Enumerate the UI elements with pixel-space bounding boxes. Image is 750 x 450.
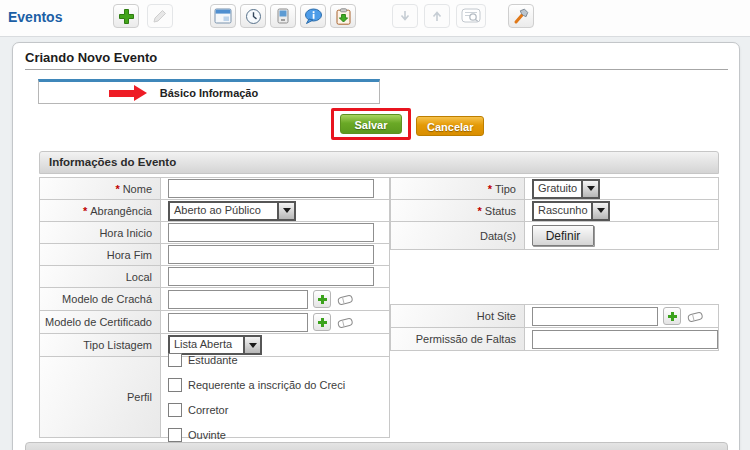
perfil-label: Perfil (127, 391, 152, 403)
annotation-highlight-box: Salvar (331, 108, 411, 140)
eraser-icon (336, 293, 355, 306)
modelo-certificado-clear-button[interactable] (336, 316, 355, 329)
window-icon (214, 8, 232, 24)
arrow-up-icon (430, 9, 444, 23)
status-label: Status (485, 205, 516, 217)
plus-icon (118, 8, 135, 25)
move-down-button (392, 4, 418, 28)
hora-inicio-input[interactable] (168, 223, 374, 242)
modelo-certificado-input[interactable] (168, 313, 308, 332)
pencil-icon (152, 8, 168, 24)
row-abrangencia: *Abrangência Aberto ao Público (40, 199, 389, 221)
hot-site-label: Hot Site (477, 310, 516, 322)
perfil-option-corretor[interactable]: Corretor (168, 403, 228, 417)
row-local: Local (40, 265, 389, 287)
perfil-option-estudante[interactable]: Estudante (168, 353, 238, 367)
checkbox[interactable] (168, 378, 182, 392)
next-section-header-partial (25, 442, 728, 450)
modelo-certificado-label: Modelo de Certificado (45, 316, 152, 328)
row-hot-site: Hot Site (391, 305, 718, 327)
edit-button (147, 4, 173, 28)
comment-icon (304, 8, 323, 25)
modelo-cracha-label: Modelo de Crachá (62, 293, 152, 305)
chevron-down-icon (591, 203, 608, 219)
move-up-button (424, 4, 450, 28)
eraser-icon (336, 316, 355, 329)
badge-button[interactable] (270, 4, 296, 28)
form-table-left: *Nome *Abrangência Aberto ao Público Hor… (39, 177, 390, 438)
comment-button[interactable] (300, 4, 326, 28)
permissao-faltas-input[interactable] (532, 330, 718, 349)
status-select[interactable]: Rascunho (532, 201, 610, 221)
eraser-icon (686, 310, 705, 323)
checkbox[interactable] (168, 403, 182, 417)
tab-basico-informacao[interactable]: Básico Informação (38, 79, 380, 104)
abrangencia-select[interactable]: Aberto ao Público (168, 201, 296, 221)
row-tipo: *Tipo Gratuito (391, 178, 718, 199)
search-list-icon (461, 8, 482, 24)
checkbox-label: Corretor (188, 404, 228, 416)
title-divider (25, 69, 728, 70)
modelo-certificado-add-button[interactable] (313, 313, 331, 331)
content-panel: Criando Novo Evento Básico Informação Sa… (12, 42, 740, 450)
section-header: Informações do Evento (39, 151, 719, 174)
local-input[interactable] (168, 267, 374, 286)
add-button[interactable] (113, 4, 139, 28)
row-nome: *Nome (40, 178, 389, 199)
checkbox-label: Requerente a inscrição do Creci (188, 379, 345, 391)
hora-fim-label: Hora Fim (107, 249, 152, 261)
tab-label: Básico Informação (160, 87, 258, 99)
local-label: Local (126, 271, 152, 283)
page-title: Eventos (8, 9, 62, 25)
tipo-value: Gratuito (534, 181, 581, 197)
permissao-faltas-label: Permissão de Faltas (416, 333, 516, 345)
row-modelo-cracha: Modelo de Crachá (40, 287, 389, 310)
status-value: Rascunho (534, 203, 591, 219)
nome-input[interactable] (168, 179, 374, 198)
search-button (456, 4, 486, 28)
row-hora-fim: Hora Fim (40, 243, 389, 265)
save-button[interactable]: Salvar (340, 114, 402, 134)
perfil-option-requerente[interactable]: Requerente a inscrição do Creci (168, 378, 345, 392)
clock-button[interactable] (240, 4, 266, 28)
chevron-down-icon (243, 337, 260, 353)
abrangencia-value: Aberto ao Público (170, 203, 277, 219)
checkbox[interactable] (168, 428, 182, 442)
required-marker: * (83, 205, 87, 217)
window-button[interactable] (210, 4, 236, 28)
checkbox-label: Ouvinte (188, 429, 226, 441)
annotation-arrow (109, 85, 147, 101)
chevron-down-icon (581, 181, 598, 197)
row-hora-inicio: Hora Inicio (40, 221, 389, 243)
hot-site-clear-button[interactable] (686, 310, 705, 323)
modelo-cracha-add-button[interactable] (313, 290, 331, 308)
required-marker: * (478, 205, 482, 217)
tipo-listagem-label: Tipo Listagem (83, 339, 152, 351)
row-modelo-certificado: Modelo de Certificado (40, 310, 389, 333)
perfil-option-ouvinte[interactable]: Ouvinte (168, 428, 226, 442)
definir-button[interactable]: Definir (532, 225, 594, 246)
row-datas: Data(s) Definir (391, 221, 718, 249)
modelo-cracha-input[interactable] (168, 290, 308, 309)
form-table-right-top: *Tipo Gratuito *Status Rascunho Data(s) … (390, 177, 719, 250)
hora-inicio-label: Hora Inicio (99, 227, 152, 239)
abrangencia-label: Abrangência (90, 205, 152, 217)
datas-label: Data(s) (480, 230, 516, 242)
checkbox[interactable] (168, 353, 182, 367)
hora-fim-input[interactable] (168, 245, 374, 264)
tools-button[interactable] (508, 4, 534, 28)
hot-site-add-button[interactable] (663, 307, 681, 325)
plus-icon (668, 312, 677, 321)
arrow-down-icon (398, 9, 412, 23)
chevron-down-icon (277, 203, 294, 219)
modelo-cracha-clear-button[interactable] (336, 293, 355, 306)
required-marker: * (488, 183, 492, 195)
required-marker: * (115, 183, 119, 195)
hot-site-input[interactable] (532, 307, 658, 326)
import-button[interactable] (330, 4, 356, 28)
tipo-select[interactable]: Gratuito (532, 179, 600, 199)
top-toolbar: Eventos (0, 0, 750, 37)
cancel-button[interactable]: Cancelar (416, 116, 484, 136)
nome-label: Nome (123, 183, 152, 195)
checkbox-label: Estudante (188, 354, 238, 366)
